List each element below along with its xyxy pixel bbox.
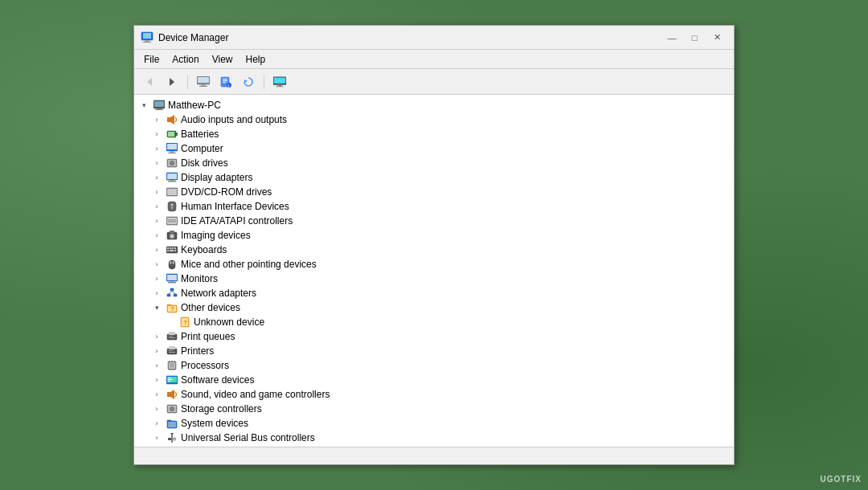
expand-dvd[interactable]: ›: [150, 186, 163, 198]
expand-root[interactable]: ▾: [137, 99, 150, 112]
tree-item-other[interactable]: ▾ ? Other devices: [134, 300, 734, 315]
svg-rect-23: [157, 108, 162, 109]
menu-view[interactable]: View: [206, 52, 240, 67]
expand-software[interactable]: ›: [150, 374, 163, 386]
close-button[interactable]: ✕: [706, 30, 727, 46]
svg-rect-61: [167, 250, 169, 251]
svg-marker-16: [244, 80, 248, 83]
tree-item-sound[interactable]: › Sound, video and game controllers: [134, 387, 734, 402]
mice-icon: [166, 258, 178, 271]
svg-rect-11: [223, 79, 227, 80]
expand-mice[interactable]: ›: [150, 258, 163, 271]
tree-item-usb[interactable]: › Universal Serial Bus controllers: [134, 431, 734, 445]
expand-usb[interactable]: ›: [150, 431, 163, 444]
menu-bar: File Action View Help: [134, 50, 734, 69]
expand-computer[interactable]: ›: [150, 142, 163, 155]
display-icon: [166, 171, 178, 184]
unknown-icon: ?: [178, 316, 191, 329]
tree-item-printers[interactable]: › Printers: [134, 344, 734, 358]
tree-item-computer[interactable]: › Computer: [134, 141, 734, 156]
expand-audio[interactable]: ›: [150, 113, 163, 126]
sound-label: Sound, video and game controllers: [181, 389, 330, 400]
expand-other[interactable]: ▾: [150, 301, 163, 314]
root-label: Matthew-PC: [168, 100, 221, 111]
tree-item-display[interactable]: › Display adapters: [134, 170, 734, 185]
minimize-button[interactable]: —: [661, 30, 682, 46]
other-label: Other devices: [181, 302, 240, 313]
expand-keyboards[interactable]: ›: [150, 243, 163, 256]
svg-rect-74: [174, 294, 177, 296]
tree-item-mice[interactable]: › Mice and other pointing devices: [134, 257, 734, 272]
tree-item-batteries[interactable]: › Batteries: [134, 127, 734, 141]
dvd-label: DVD/CD-ROM drives: [181, 186, 272, 198]
hid-label: Human Interface Devices: [181, 201, 289, 212]
tree-item-network[interactable]: › Network adapters: [134, 286, 734, 300]
svg-rect-32: [170, 151, 174, 153]
expand-hid[interactable]: ›: [150, 200, 163, 213]
tree-item-keyboards[interactable]: › Keyboards: [134, 243, 734, 257]
keyboards-icon: [166, 243, 178, 256]
monitor-button[interactable]: [269, 72, 290, 92]
device-tree-content[interactable]: ▾ Matthew-PC ›: [134, 95, 734, 447]
tree-item-audio[interactable]: › Audio inputs and outputs: [134, 112, 734, 127]
expand-monitors[interactable]: ›: [150, 272, 163, 285]
tree-item-hid[interactable]: › Human Interface Devices: [134, 199, 734, 214]
svg-rect-71: [168, 282, 176, 284]
svg-rect-62: [170, 250, 174, 251]
menu-action[interactable]: Action: [166, 52, 205, 67]
refresh-button[interactable]: [238, 72, 259, 92]
svg-rect-66: [170, 261, 172, 264]
tree-item-software[interactable]: › Software devices: [134, 373, 734, 387]
expand-imaging[interactable]: ›: [150, 229, 163, 242]
expand-display[interactable]: ›: [150, 171, 163, 184]
tree-item-ide[interactable]: › IDE ATA/ATAPI controllers: [134, 214, 734, 228]
tree-item-imaging[interactable]: › Imaging devices: [134, 228, 734, 243]
monitors-label: Monitors: [181, 273, 218, 284]
menu-help[interactable]: Help: [240, 52, 272, 67]
expand-network[interactable]: ›: [150, 287, 163, 300]
svg-rect-12: [223, 80, 227, 81]
tree-item-disk[interactable]: › Disk drives: [134, 156, 734, 170]
tree-item-system[interactable]: › System devices: [134, 416, 734, 431]
svg-rect-87: [169, 336, 173, 337]
expand-disk[interactable]: ›: [150, 157, 163, 169]
svg-rect-51: [168, 219, 176, 223]
expand-printers[interactable]: ›: [150, 345, 163, 357]
svg-rect-58: [170, 247, 171, 249]
software-label: Software devices: [181, 374, 254, 386]
svg-rect-31: [167, 144, 177, 149]
expand-printq[interactable]: ›: [150, 330, 163, 343]
sound-icon: [166, 388, 178, 401]
audio-icon: [166, 113, 178, 126]
tree-item-processors[interactable]: › Proce: [134, 358, 734, 373]
properties-button[interactable]: i: [215, 72, 236, 92]
svg-rect-1: [143, 33, 151, 39]
svg-marker-26: [170, 115, 174, 125]
computer-view-button[interactable]: [193, 72, 214, 92]
svg-rect-29: [168, 132, 174, 137]
forward-button[interactable]: [162, 72, 182, 92]
expand-processors[interactable]: ›: [150, 359, 163, 372]
tree-root[interactable]: ▾ Matthew-PC: [134, 98, 734, 112]
maximize-button[interactable]: □: [684, 30, 705, 46]
svg-rect-3: [143, 42, 151, 43]
menu-file[interactable]: File: [137, 52, 166, 67]
tree-item-printq[interactable]: › Print queues: [134, 329, 734, 344]
software-icon: [166, 374, 178, 386]
tree-item-monitors[interactable]: › Monitors: [134, 272, 734, 286]
expand-system[interactable]: ›: [150, 417, 163, 430]
tree-item-storage[interactable]: › Storage controllers: [134, 402, 734, 416]
tree-item-unknown[interactable]: › ? Unknown device: [134, 315, 734, 329]
expand-storage[interactable]: ›: [150, 402, 163, 415]
tree-item-dvd[interactable]: › DVD/CD-ROM drives: [134, 185, 734, 199]
back-button[interactable]: [139, 72, 160, 92]
keyboards-label: Keyboards: [181, 244, 227, 255]
svg-marker-107: [170, 390, 174, 399]
expand-ide[interactable]: ›: [150, 214, 163, 227]
expand-sound[interactable]: ›: [150, 388, 163, 401]
expand-batteries[interactable]: ›: [150, 128, 163, 141]
svg-rect-88: [167, 349, 177, 354]
svg-point-111: [171, 408, 173, 410]
svg-rect-86: [169, 337, 175, 338]
svg-rect-33: [168, 153, 176, 153]
